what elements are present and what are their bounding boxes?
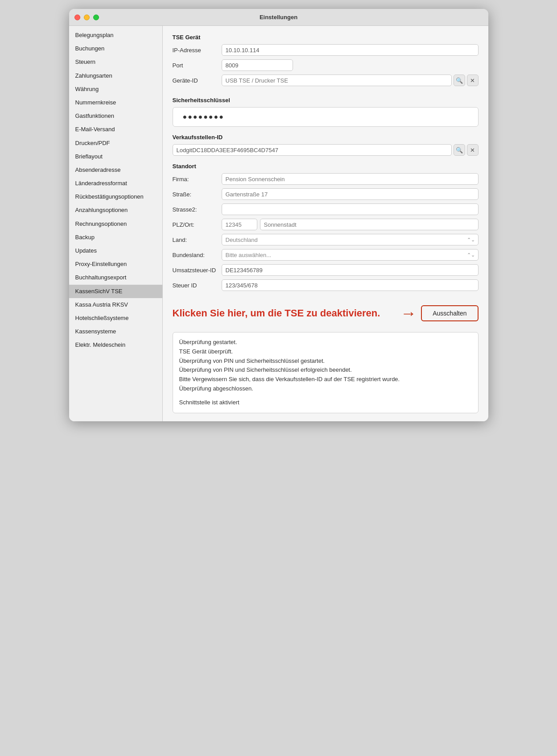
sidebar-item-updates[interactable]: Updates [69,244,162,258]
fullscreen-button[interactable] [93,14,99,20]
verkaufsstellen-input[interactable] [173,144,452,156]
bundesland-select[interactable]: Bitte auswählen... [222,249,479,261]
land-select[interactable]: Deutschland [222,234,479,245]
sidebar-item-kassensichv-tse[interactable]: KassenSichV TSE [69,285,162,298]
sidebar-item-buchhaltungsexport[interactable]: Buchhaltungsexport [69,271,162,284]
geraete-id-label: Geräte-ID [173,77,222,84]
sidebar-item-email-versand[interactable]: E-Mail-Versand [69,123,162,136]
tse-geraet-title: TSE Gerät [173,34,479,41]
umsatzsteuer-group: Umsatzsteuer-ID [173,264,479,276]
strasse-label: Straße: [173,191,222,198]
sidebar-item-laenderadressformat[interactable]: Länderadressformat [69,177,162,190]
search-icon: 🔍 [456,147,463,154]
plzort-group: PLZ/Ort: [173,219,479,230]
password-field[interactable]: ●●●●●●●● [179,111,228,122]
plz-input[interactable] [222,219,257,230]
sidebar-item-anzahlungsoptionen[interactable]: Anzahlungsoptionen [69,204,162,217]
sidebar-item-kassa-austria[interactable]: Kassa Austria RKSV [69,298,162,312]
close-button[interactable] [74,14,80,20]
sidebar-item-hotelschliessysteme[interactable]: Hotelschließsysteme [69,312,162,325]
land-label: Land: [173,237,222,243]
annotation-text: Klicken Sie hier, um die TSE zu deaktivi… [173,307,394,320]
search-icon: 🔍 [456,77,463,84]
log-line: Überprüfung gestartet. [179,338,472,347]
strasse-group: Straße: [173,188,479,200]
tse-geraet-section: TSE Gerät IP-Adresse Port Geräte-ID 🔍 [173,34,479,90]
port-input[interactable] [222,59,293,71]
log-line: Überprüfung von PIN und Sicherheitsschlü… [179,366,472,375]
sidebar-item-steuern[interactable]: Steuern [69,55,162,69]
log-box: Überprüfung gestartet.TSE Gerät überprüf… [173,332,479,413]
settings-window: Einstellungen BelegungsplanBuchungenSteu… [69,9,488,421]
traffic-lights [74,14,99,20]
strasse2-label: Strasse2: [173,206,222,213]
sidebar-item-kassensysteme[interactable]: Kassensysteme [69,325,162,338]
sidebar-item-drucken-pdf[interactable]: Drucken/PDF [69,137,162,150]
steuer-id-label: Steuer ID [173,282,222,289]
log-line: Überprüfung abgeschlossen. [179,384,472,394]
clear-icon: ✕ [470,77,475,84]
window-content: BelegungsplanBuchungenSteuernZahlungsart… [69,26,488,421]
umsatzsteuer-input[interactable] [222,264,479,276]
sidebar: BelegungsplanBuchungenSteuernZahlungsart… [69,26,163,421]
sidebar-item-buchungen[interactable]: Buchungen [69,42,162,55]
geraete-id-clear-button[interactable]: ✕ [467,75,479,86]
bundesland-select-wrapper: Bitte auswählen... ⌃⌄ [222,249,479,261]
log-line: Bitte Vergewissern Sie sich, dass die Ve… [179,375,472,384]
bundesland-group: Bundesland: Bitte auswählen... ⌃⌄ [173,249,479,261]
clear-icon: ✕ [470,147,475,154]
arrow-button-group: → Ausschalten [400,305,478,321]
sidebar-item-gastfunktionen[interactable]: Gastfunktionen [69,109,162,123]
strasse2-input[interactable] [222,204,479,215]
verkaufsstellen-search-button[interactable]: 🔍 [454,144,465,156]
strasse2-group: Strasse2: [173,204,479,215]
geraete-id-search-button[interactable]: 🔍 [454,75,465,86]
land-group: Land: Deutschland ⌃⌄ [173,234,479,245]
geraete-id-input[interactable] [222,75,452,86]
annotation-area: Klicken Sie hier, um die TSE zu deaktivi… [173,302,479,325]
main-content: TSE Gerät IP-Adresse Port Geräte-ID 🔍 [163,26,488,421]
sidebar-item-proxy-einstellungen[interactable]: Proxy-Einstellungen [69,258,162,271]
ip-adresse-group: IP-Adresse [173,44,479,56]
ort-input[interactable] [260,219,479,230]
log-spacer [179,394,472,398]
port-group: Port [173,59,479,71]
log-line: TSE Gerät überprüft. [179,347,472,357]
ip-adresse-label: IP-Adresse [173,47,222,54]
geraete-id-input-group: 🔍 ✕ [222,75,479,86]
verkaufsstellen-title: Verkaufsstellen-ID [173,134,479,141]
log-line: Schnittstelle ist aktiviert [179,398,472,407]
plzort-inputs [222,219,479,230]
sidebar-item-absenderadresse[interactable]: Absenderadresse [69,163,162,177]
port-label: Port [173,62,222,69]
window-title: Einstellungen [260,14,297,21]
geraete-id-group: Geräte-ID 🔍 ✕ [173,75,479,86]
strasse-input[interactable] [222,188,479,200]
sidebar-item-waehrung[interactable]: Währung [69,83,162,96]
sidebar-item-nummernkreise[interactable]: Nummernkreise [69,96,162,109]
sidebar-item-backup[interactable]: Backup [69,231,162,244]
minimize-button[interactable] [84,14,90,20]
bundesland-label: Bundesland: [173,252,222,258]
sidebar-item-elektr-meldeschein[interactable]: Elektr. Meldeschein [69,338,162,352]
firma-input[interactable] [222,173,479,185]
firma-group: Firma: [173,173,479,185]
sicherheitsschluessel-title: Sicherheitsschlüssel [173,97,479,104]
sidebar-item-rueckbestaetigung[interactable]: Rückbestätigungsoptionen [69,190,162,204]
arrow-right-icon: → [400,305,417,321]
sidebar-item-rechnungsoptionen[interactable]: Rechnungsoptionen [69,217,162,231]
ip-adresse-input[interactable] [222,44,479,56]
log-line: Überprüfung von PIN und Sicherheitsschlü… [179,357,472,366]
plzort-label: PLZ/Ort: [173,221,222,228]
password-box: ●●●●●●●● [173,107,479,127]
sidebar-item-belegungsplan[interactable]: Belegungsplan [69,29,162,42]
verkaufsstellen-clear-button[interactable]: ✕ [467,144,479,156]
steuer-id-input[interactable] [222,279,479,291]
land-select-wrapper: Deutschland ⌃⌄ [222,234,479,245]
ausschalten-button[interactable]: Ausschalten [421,305,478,321]
firma-label: Firma: [173,176,222,183]
sidebar-item-zahlungsarten[interactable]: Zahlungsarten [69,69,162,83]
titlebar: Einstellungen [69,9,488,26]
standort-title: Standort [173,163,479,170]
sidebar-item-brieflayout[interactable]: Brieflayout [69,150,162,163]
